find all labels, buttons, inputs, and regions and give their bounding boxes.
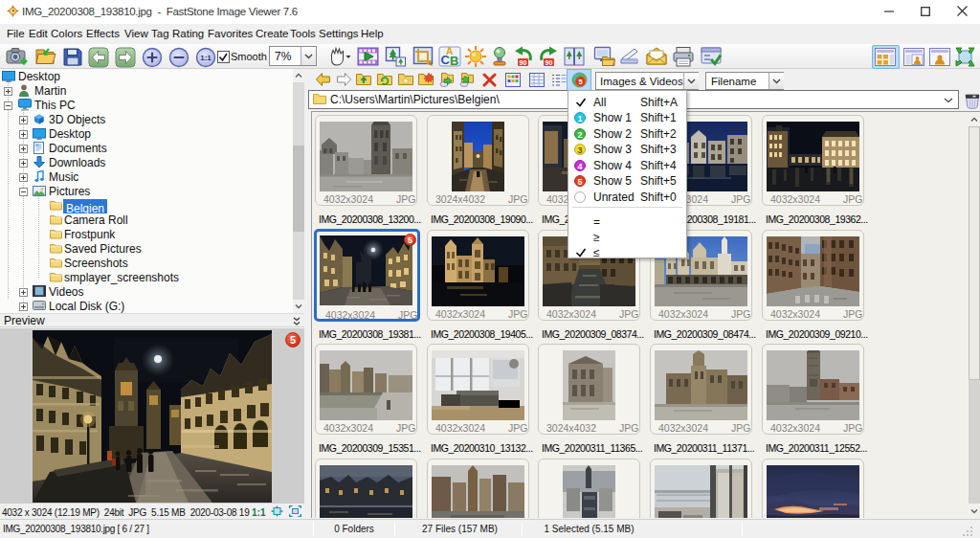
svg-text:B: B <box>450 54 458 68</box>
svg-text:5: 5 <box>578 78 582 86</box>
svg-text:90: 90 <box>520 59 527 66</box>
svg-text:C: C <box>441 53 451 67</box>
svg-text:90: 90 <box>546 59 553 66</box>
svg-text:1:1: 1:1 <box>200 54 212 62</box>
